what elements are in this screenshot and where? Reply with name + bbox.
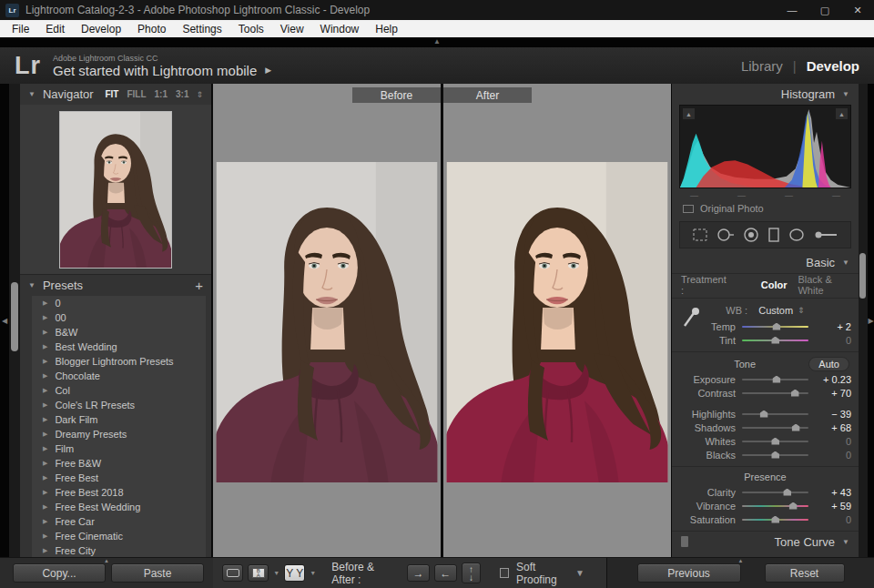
slider-track[interactable]	[742, 379, 808, 380]
highlight-clipping-indicator[interactable]: ▲	[836, 108, 848, 119]
expand-arrow-icon[interactable]: ▶	[43, 445, 47, 452]
slider-thumb[interactable]	[791, 390, 799, 397]
tone-curve-header[interactable]: Tone Curve ▼	[672, 531, 859, 552]
slider-track[interactable]	[742, 441, 808, 442]
expand-arrow-icon[interactable]: ▶	[43, 329, 47, 336]
collapse-right-icon[interactable]: ▶	[868, 317, 873, 325]
swap-before-after-button[interactable]: ↑↓	[462, 563, 481, 583]
collapse-up-icon[interactable]: ▲	[433, 37, 441, 47]
expand-arrow-icon[interactable]: ▶	[43, 431, 47, 438]
left-scrollbar-thumb[interactable]	[11, 282, 18, 351]
preset-item[interactable]: ▶ Free B&W	[32, 456, 206, 471]
side-by-side-button[interactable]: Y Y	[284, 564, 305, 582]
crop-tool-icon[interactable]	[691, 227, 709, 243]
module-develop[interactable]: Develop	[807, 58, 859, 74]
menu-item[interactable]: Tools	[230, 23, 272, 35]
expand-arrow-icon[interactable]: ▶	[43, 518, 47, 525]
before-pane[interactable]: Before	[213, 84, 441, 557]
preset-item[interactable]: ▶ Dark Film	[32, 412, 206, 427]
expand-arrow-icon[interactable]: ▶	[43, 547, 47, 554]
histogram[interactable]: ▲ ▲	[679, 105, 851, 188]
group-caret-icon[interactable]: ▲	[104, 558, 109, 563]
slider-row[interactable]: Tint 0	[679, 333, 851, 347]
expand-arrow-icon[interactable]: ▶	[43, 532, 47, 540]
yy-dropdown-icon[interactable]: ▼	[310, 570, 316, 576]
menu-item[interactable]: Help	[367, 23, 406, 35]
expand-arrow-icon[interactable]: ▶	[43, 372, 47, 380]
slider-thumb[interactable]	[771, 337, 779, 344]
slider-row[interactable]: Clarity + 43	[679, 485, 851, 499]
slider-row[interactable]: Vibrance + 59	[679, 499, 851, 512]
left-scrollbar[interactable]	[9, 84, 20, 557]
chevron-down-icon[interactable]: ▼	[28, 281, 36, 289]
menu-item[interactable]: Edit	[37, 23, 73, 35]
slider-track[interactable]	[742, 454, 808, 456]
before-photo[interactable]	[217, 162, 438, 482]
histogram-header[interactable]: Histogram ▼	[672, 84, 859, 105]
red-eye-tool-icon[interactable]	[742, 227, 760, 243]
shadow-clipping-indicator[interactable]: ▲	[683, 108, 695, 119]
expand-arrow-icon[interactable]: ▶	[43, 503, 47, 511]
copy-before-to-after-button[interactable]: →	[407, 564, 430, 582]
graduated-filter-tool-icon[interactable]	[767, 227, 781, 243]
zoom-option[interactable]: FILL	[127, 89, 146, 99]
slider-thumb[interactable]	[771, 451, 779, 459]
preset-item[interactable]: ▶ B&W	[32, 325, 206, 340]
preset-item[interactable]: ▶ Free City	[32, 543, 206, 557]
slider-thumb[interactable]	[760, 411, 768, 418]
expand-arrow-icon[interactable]: ▶	[43, 460, 47, 467]
group-caret-icon[interactable]: ▲	[738, 558, 744, 563]
expand-arrow-icon[interactable]: ▶	[43, 401, 47, 409]
before-after-view-button[interactable]: BA	[248, 564, 269, 582]
chevron-down-icon[interactable]: ▼	[28, 90, 36, 98]
preset-item[interactable]: ▶ Best Wedding	[32, 340, 206, 354]
navigator-header[interactable]: ▼ Navigator FITFILL1:13:1 ⇕	[20, 84, 211, 105]
right-scrollbar-thumb[interactable]	[859, 253, 866, 299]
slider-track[interactable]	[742, 413, 808, 415]
slider-thumb[interactable]	[789, 502, 798, 510]
zoom-option[interactable]: 3:1	[176, 89, 188, 99]
mobile-headline[interactable]: Get started with Lightroom mobile	[53, 63, 257, 78]
toolbar-options-icon[interactable]: ▼	[575, 568, 597, 578]
presets-header[interactable]: ▼ Presets +	[20, 275, 211, 296]
treatment-bw[interactable]: Black & White	[798, 274, 849, 296]
left-panel-collapse[interactable]: ◀	[0, 84, 9, 557]
close-button[interactable]: ✕	[841, 0, 874, 20]
slider-thumb[interactable]	[772, 323, 780, 330]
preset-item[interactable]: ▶ Free Car	[32, 514, 206, 529]
chevron-down-icon[interactable]: ▼	[842, 90, 849, 98]
preset-item[interactable]: ▶ 00	[32, 310, 206, 325]
navigator-thumbnail[interactable]	[60, 112, 171, 268]
chevron-down-icon[interactable]: ▼	[842, 538, 849, 546]
preset-item[interactable]: ▶ Free Best	[32, 471, 206, 485]
paste-button[interactable]: Paste	[111, 563, 204, 583]
slider-track[interactable]	[742, 492, 808, 493]
treatment-color[interactable]: Color	[761, 279, 788, 290]
soft-proofing-checkbox[interactable]	[500, 568, 509, 578]
expand-arrow-icon[interactable]: ▶	[43, 299, 47, 307]
slider-track[interactable]	[742, 519, 808, 521]
after-photo[interactable]	[447, 162, 668, 482]
slider-thumb[interactable]	[783, 489, 791, 496]
expand-arrow-icon[interactable]: ▶	[43, 358, 47, 365]
slider-thumb[interactable]	[771, 438, 779, 445]
auto-tone-button[interactable]: Auto	[808, 357, 849, 371]
slider-thumb[interactable]	[772, 376, 780, 383]
wb-selector[interactable]: Custom ⇕	[758, 305, 804, 316]
view-dropdown-icon[interactable]: ▼	[273, 570, 279, 576]
zoom-ratio-selector-icon[interactable]: ⇕	[196, 90, 203, 99]
slider-row[interactable]: Whites 0	[679, 434, 851, 448]
expand-arrow-icon[interactable]: ▶	[43, 387, 47, 394]
navigator-preview[interactable]	[20, 105, 211, 275]
preset-item[interactable]: ▶ 0	[32, 296, 206, 310]
slider-track[interactable]	[742, 340, 808, 341]
slider-row[interactable]: Highlights − 39	[679, 407, 851, 421]
expand-arrow-icon[interactable]: ▶	[43, 343, 47, 350]
right-panel-collapse[interactable]: ▶	[868, 84, 874, 557]
preset-item[interactable]: ▶ Free Cinematic	[32, 529, 206, 543]
slider-track[interactable]	[742, 392, 808, 394]
menu-item[interactable]: Photo	[129, 23, 174, 35]
expand-arrow-icon[interactable]: ▶	[43, 314, 47, 321]
minimize-button[interactable]: —	[776, 0, 808, 20]
radial-filter-tool-icon[interactable]	[788, 227, 806, 243]
